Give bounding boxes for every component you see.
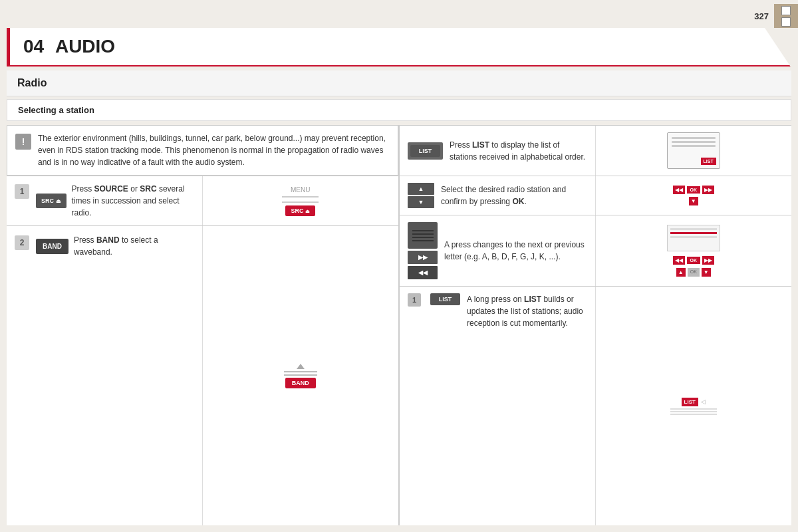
list-button-icon-2: LIST xyxy=(430,293,460,305)
page-corner-decoration xyxy=(774,4,798,28)
down-button-icon: ▼ xyxy=(408,196,434,208)
step-1-circle: 1 xyxy=(408,293,421,307)
triangle-up-icon xyxy=(297,364,305,369)
section-header: Selecting a station xyxy=(7,99,791,121)
up-button-icon: ▲ xyxy=(408,183,434,195)
horiz-line-2 xyxy=(284,374,317,376)
menu-src-btn: SRC ⏏ xyxy=(285,205,315,216)
ok-diagram: ◀◀ OK ▶▶ ▼ xyxy=(673,186,715,205)
radio-lines xyxy=(672,137,716,149)
scr-line-1 xyxy=(670,228,717,230)
adv-screen xyxy=(667,225,720,251)
list-diagram: LIST ◁ xyxy=(670,398,717,415)
list-diag-row: LIST ◁ xyxy=(682,398,706,406)
adv-buttons-row: ◀◀ OK ▶▶ xyxy=(673,256,715,265)
right-row-1-left: LIST Press LIST to display the list of s… xyxy=(400,126,596,176)
radio-title: Radio xyxy=(17,77,47,88)
ld-line-2 xyxy=(670,411,717,412)
ok-center-btn: OK xyxy=(687,186,701,194)
grille-3 xyxy=(412,237,434,238)
right-row-2-text: Select the desired radio station and con… xyxy=(441,184,587,207)
right-row-4-right: LIST ◁ xyxy=(596,287,792,525)
page-number-bar: 327 xyxy=(0,0,798,28)
right-row-1: LIST Press LIST to display the list of s… xyxy=(399,125,791,176)
grille-4 xyxy=(412,240,434,241)
right-column: LIST Press LIST to display the list of s… xyxy=(399,125,791,525)
adv-left-arr: ◀◀ xyxy=(673,256,685,265)
adv-screen-lines xyxy=(670,228,717,238)
right-row-4: 1 LIST A long press on LIST builds or up… xyxy=(399,286,791,525)
step-row-2: 2 BAND Press BAND to select a waveband. xyxy=(7,225,398,525)
right-row-4-left: 1 LIST A long press on LIST builds or up… xyxy=(400,287,596,525)
step-row-1: 1 SRC ⏏ Press SOURCE or SRC several time… xyxy=(7,176,398,225)
adv-ok-grey: OK xyxy=(688,268,700,277)
right-row-3-right: ◀◀ OK ▶▶ ▲ OK ▼ xyxy=(596,215,792,286)
diag-line-2 xyxy=(672,141,716,143)
speaker-area: ▶▶ ◀◀ xyxy=(408,222,438,279)
nav-buttons: ▲ ▼ xyxy=(408,183,434,208)
rew-button-icon: ◀◀ xyxy=(408,266,438,279)
menu-line xyxy=(282,196,319,198)
corner-square-2 xyxy=(781,17,791,27)
list-diag-btn: LIST xyxy=(682,398,698,406)
band-btn-red: BAND xyxy=(285,378,316,388)
right-row-2: ▲ ▼ Select the desired radio station and… xyxy=(399,176,791,215)
step-2-number: 2 xyxy=(15,235,29,250)
step-1-content: SRC ⏏ Press SOURCE or SRC several times … xyxy=(36,183,194,219)
ld-line-3 xyxy=(670,414,717,415)
step-1-right: MENU SRC ⏏ xyxy=(203,176,399,225)
ok-row-1: ◀◀ OK ▶▶ xyxy=(673,186,715,194)
right-row-1-text: Press LIST to display the list of statio… xyxy=(450,139,587,163)
right-row-3-left: ▶▶ ◀◀ A press changes to the next or pre… xyxy=(400,215,596,286)
list-icon-wrapper: LIST xyxy=(408,142,443,160)
src-button-icon: SRC ⏏ xyxy=(36,194,66,209)
menu-line-2 xyxy=(282,201,319,203)
step-2-text: Press BAND to select a waveband. xyxy=(74,234,194,258)
ff-button-icon: ▶▶ xyxy=(408,251,438,264)
speaker-grille xyxy=(412,230,434,241)
chapter-header: 04 AUDIO xyxy=(7,28,791,66)
adv-arr-right: ▶▶ xyxy=(702,186,714,194)
step-2-right: BAND xyxy=(203,226,399,525)
warning-box: ! The exterior environment (hills, build… xyxy=(7,125,398,176)
band-illustration: BAND xyxy=(284,364,317,388)
list-diag-lines xyxy=(670,408,717,415)
warning-text: The exterior environment (hills, buildin… xyxy=(38,132,390,168)
radio-diagram-1: LIST xyxy=(667,132,720,169)
chapter-title: 04 AUDIO xyxy=(23,36,115,57)
step-2-left: 2 BAND Press BAND to select a waveband. xyxy=(7,226,203,525)
warning-icon: ! xyxy=(15,134,31,150)
ld-line-1 xyxy=(670,408,717,410)
list-diag-icon: ◁ xyxy=(701,398,706,405)
left-column: ! The exterior environment (hills, build… xyxy=(7,125,399,525)
adv-diagram: ◀◀ OK ▶▶ ▲ OK ▼ xyxy=(667,225,720,277)
scr-line-2 xyxy=(670,232,717,234)
content-area: 04 AUDIO Radio Selecting a station ! The… xyxy=(0,28,798,532)
section-title: Selecting a station xyxy=(18,105,94,115)
step-2-content: BAND Press BAND to select a waveband. xyxy=(36,234,194,258)
menu-label: MENU xyxy=(291,186,310,194)
menu-illustration: MENU SRC ⏏ xyxy=(282,186,319,216)
adv-bottom-row: ▲ OK ▼ xyxy=(676,268,711,277)
diagram-list-btn: LIST xyxy=(701,158,716,165)
right-row-2-right: ◀◀ OK ▶▶ ▼ xyxy=(596,176,792,215)
right-row-3-text: A press changes to the next or previous … xyxy=(444,239,587,263)
step-1-left: 1 SRC ⏏ Press SOURCE or SRC several time… xyxy=(7,176,203,225)
right-row-1-right: LIST xyxy=(596,126,792,176)
corner-square-1 xyxy=(781,6,791,15)
adv-arr-left: ◀◀ xyxy=(673,186,685,194)
adv-down-btn: ▼ xyxy=(702,268,711,277)
speaker-icon xyxy=(408,222,438,249)
diag-line-3 xyxy=(672,145,716,147)
adv-up-btn: ▲ xyxy=(676,268,686,277)
right-row-2-left: ▲ ▼ Select the desired radio station and… xyxy=(400,176,596,215)
right-row-3: ▶▶ ◀◀ A press changes to the next or pre… xyxy=(399,215,791,286)
scr-line-3 xyxy=(670,236,717,238)
ff-rew-group: ▶▶ ◀◀ xyxy=(408,251,438,279)
radio-header: Radio xyxy=(7,70,791,96)
grille-2 xyxy=(412,233,434,235)
main-grid: ! The exterior environment (hills, build… xyxy=(7,125,791,525)
horiz-line-1 xyxy=(284,371,317,372)
right-row-4-text: A long press on LIST builds or updates t… xyxy=(467,293,587,329)
ok-down-row: ▼ xyxy=(689,197,698,205)
